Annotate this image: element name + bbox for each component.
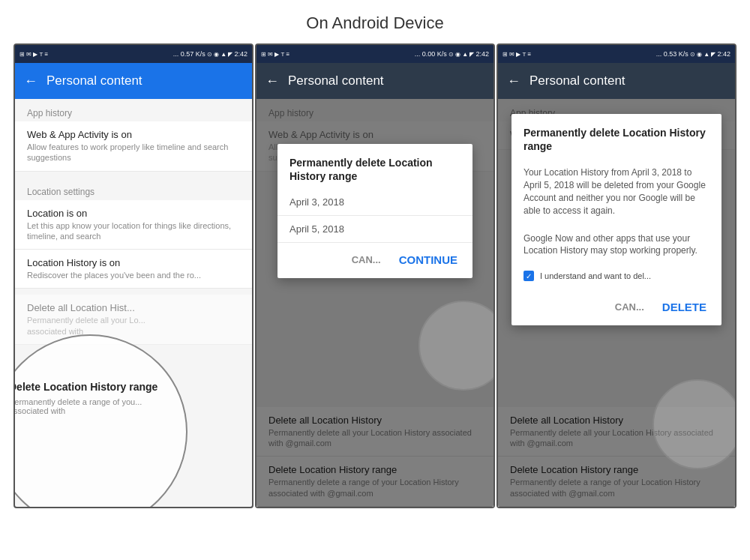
- settings-item-title-1: Web & App Activity is on: [27, 129, 240, 140]
- dialog-date2-2[interactable]: April 5, 2018: [278, 216, 472, 243]
- dialog-continue-btn-2[interactable]: CONTINUE: [393, 249, 464, 271]
- dialog-title-3: Permanently delete Location History rang…: [512, 114, 722, 159]
- settings-item-desc-lochist-1: Rediscover the places you've been and th…: [27, 270, 240, 280]
- settings-item-web-activity-1[interactable]: Web & App Activity is on Allow features …: [15, 121, 252, 172]
- phones-container: ⊞ ✉ ▶ T ≡ ... 0.57 K/s ⊙ ◉ ▲ ◤ 2:42 ← Pe…: [0, 43, 750, 508]
- dialog-actions-3: CAN... DELETE: [512, 290, 722, 325]
- time-1: 2:42: [234, 50, 248, 58]
- toolbar-1: ← Personal content: [15, 63, 252, 99]
- status-icons-1: ⊞ ✉ ▶ T ≡: [20, 51, 48, 58]
- status-icons-2: ⊞ ✉ ▶ T ≡: [261, 51, 290, 58]
- dialog-actions-2: CAN... CONTINUE: [278, 243, 472, 278]
- phone-3: ⊞ ✉ ▶ T ≡ ... 0.53 K/s ⊙ ◉ ▲ ◤ 2:42 ← Pe…: [496, 43, 736, 508]
- dialog-checkbox-text-3: I understand and want to del...: [540, 271, 651, 280]
- status-bar-3: ⊞ ✉ ▶ T ≡ ... 0.53 K/s ⊙ ◉ ▲ ◤ 2:42: [498, 45, 735, 63]
- dialog-delete-btn-3[interactable]: DELETE: [656, 296, 712, 318]
- status-left-1: ⊞ ✉ ▶ T ≡: [20, 51, 48, 58]
- settings-item-desc-del-all-sub-1: associated with: [27, 326, 240, 337]
- status-icons-right-1: ⊙ ◉ ▲ ◤: [207, 51, 233, 58]
- dialog-2: Permanently delete Location History rang…: [278, 144, 472, 278]
- back-button-2[interactable]: ←: [266, 73, 279, 89]
- network-speed-3: ... 0.53 K/s: [656, 50, 688, 58]
- phone-2: ⊞ ✉ ▶ T ≡ ... 0.00 K/s ⊙ ◉ ▲ ◤ 2:42 ← Pe…: [255, 43, 495, 508]
- toolbar-title-3: Personal content: [530, 73, 626, 88]
- dialog-title-2: Permanently delete Location History rang…: [278, 144, 472, 189]
- content-area-1: App history Web & App Activity is on All…: [15, 99, 252, 507]
- status-bar-1: ⊞ ✉ ▶ T ≡ ... 0.57 K/s ⊙ ◉ ▲ ◤ 2:42: [15, 45, 252, 63]
- time-3: 2:42: [717, 50, 730, 58]
- settings-item-delete-all-1[interactable]: Delete all Location Hist... Permanently …: [15, 295, 252, 345]
- toolbar-title-2: Personal content: [288, 73, 384, 88]
- page-title: On Android Device: [0, 0, 750, 43]
- status-right-1: ... 0.57 K/s ⊙ ◉ ▲ ◤ 2:42: [173, 50, 248, 58]
- content-area-3: App history W... Permanently delete Loca…: [498, 99, 735, 507]
- status-right-2: ... 0.00 K/s ⊙ ◉ ▲ ◤ 2:42: [415, 50, 489, 58]
- status-icons-right-3: ⊙ ◉ ▲ ◤: [690, 51, 716, 58]
- content-area-2: App history Web & App Activity is on All…: [256, 99, 494, 507]
- settings-item-title-lochist-1: Location History is on: [27, 257, 240, 268]
- settings-item-title-del-all-1: Delete all Location Hist...: [27, 302, 240, 313]
- status-left-2: ⊞ ✉ ▶ T ≡: [261, 51, 290, 58]
- dialog-date1-2[interactable]: April 3, 2018: [278, 189, 472, 216]
- settings-item-title-loc-1: Location is on: [27, 208, 240, 219]
- status-right-3: ... 0.53 K/s ⊙ ◉ ▲ ◤ 2:42: [656, 50, 730, 58]
- section-label-location-1: Location settings: [15, 178, 252, 200]
- network-speed-2: ... 0.00 K/s: [415, 50, 447, 58]
- status-icons-3: ⊞ ✉ ▶ T ≡: [502, 51, 531, 58]
- status-left-3: ⊞ ✉ ▶ T ≡: [502, 51, 531, 58]
- network-speed-1: ... 0.57 K/s: [173, 50, 206, 58]
- dialog-cancel-btn-2[interactable]: CAN...: [346, 249, 387, 271]
- settings-item-location-1[interactable]: Location is on Let this app know your lo…: [15, 200, 252, 250]
- dialog-overlay-2: Permanently delete Location History rang…: [256, 99, 494, 507]
- dialog-3: Permanently delete Location History rang…: [512, 114, 722, 325]
- dialog-overlay-3: Permanently delete Location History rang…: [498, 99, 735, 507]
- dialog-cancel-btn-3[interactable]: CAN...: [609, 296, 650, 318]
- time-2: 2:42: [476, 50, 489, 58]
- phone-1: ⊞ ✉ ▶ T ≡ ... 0.57 K/s ⊙ ◉ ▲ ◤ 2:42 ← Pe…: [14, 43, 254, 508]
- status-bar-2: ⊞ ✉ ▶ T ≡ ... 0.00 K/s ⊙ ◉ ▲ ◤ 2:42: [256, 45, 494, 63]
- settings-item-location-history-1[interactable]: Location History is on Rediscover the pl…: [15, 250, 252, 289]
- dialog-checkbox-row-3[interactable]: ✓ I understand and want to del...: [512, 265, 722, 290]
- checkmark-icon-3: ✓: [526, 272, 532, 280]
- section-label-app-history-1: App history: [15, 99, 252, 121]
- settings-item-desc-del-all-1: Permanently delete all your Lo...: [27, 315, 240, 325]
- back-button-3[interactable]: ←: [507, 73, 520, 89]
- dialog-checkbox-3[interactable]: ✓: [524, 271, 534, 281]
- toolbar-3: ← Personal content: [498, 63, 735, 99]
- toolbar-title-1: Personal content: [46, 73, 142, 88]
- toolbar-2: ← Personal content: [256, 63, 494, 99]
- settings-item-desc-1: Allow features to work properly like tim…: [27, 142, 240, 163]
- dialog-body2-3: Google Now and other apps that use your …: [512, 225, 722, 265]
- settings-item-desc-loc-1: Let this app know your location for thin…: [27, 220, 240, 242]
- back-button-1[interactable]: ←: [24, 73, 38, 89]
- dialog-body1-3: Your Location History from April 3, 2018…: [512, 159, 722, 224]
- status-icons-right-2: ⊙ ◉ ▲ ◤: [448, 51, 475, 58]
